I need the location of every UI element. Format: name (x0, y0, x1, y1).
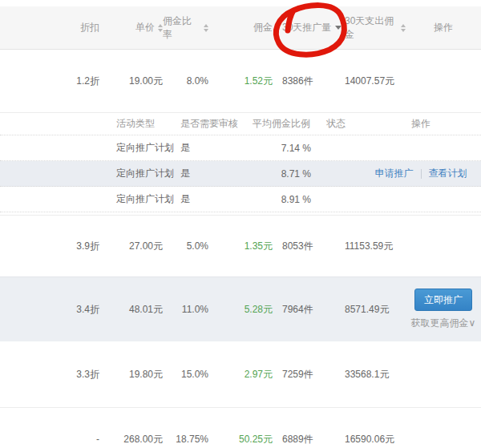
action-cell: 立即推广 获取更高佣金∨ (406, 289, 481, 330)
caret-down-icon (335, 26, 342, 30)
avg-rate-value: 8.91 % (253, 194, 311, 205)
volume-value: 8053件 (273, 240, 343, 253)
top-spacer (0, 0, 481, 6)
campaign-subtable: 活动类型 是否需要审核 平均佣金比例 状态 操作 定向推广计划 是 7.14 %… (0, 112, 481, 212)
payout-value: 8571.49元 (343, 303, 406, 317)
volume-value: 6889件 (273, 433, 343, 446)
price-value: 19.80元 (104, 368, 163, 381)
col-header-commission: 佣金 (208, 21, 273, 34)
promote-now-button[interactable]: 立即推广 (414, 289, 472, 311)
col-header-price[interactable]: 单价 (104, 21, 163, 34)
table-header-row: 折扣 单价 佣金比率 佣金 30天推广量 30天支出佣金 操作 (0, 6, 481, 50)
rate-value: 15.0% (163, 369, 208, 380)
col-header-volume-30d[interactable]: 30天推广量 (273, 21, 343, 34)
price-value: 27.00元 (104, 240, 163, 253)
payout-value: 16590.06元 (343, 433, 406, 446)
discount-value: 1.2折 (0, 75, 104, 88)
link-divider (421, 169, 422, 179)
discount-value: 3.4折 (0, 303, 104, 317)
table-row: 1.2折 19.00元 8.0% 1.52元 8386件 14007.57元 (0, 50, 481, 112)
table-row: 3.9折 27.00元 5.0% 1.35元 8053件 11153.59元 (0, 215, 481, 276)
review-required: 是 (180, 141, 253, 155)
col-header-discount: 折扣 (0, 21, 104, 34)
sub-col-header-avg-rate: 平均佣金比例 (253, 117, 311, 131)
campaign-type: 定向推广计划 (116, 192, 180, 206)
subtable-header-row: 活动类型 是否需要审核 平均佣金比例 状态 操作 (0, 113, 481, 135)
sub-col-header-review: 是否需要审核 (180, 117, 253, 131)
col-header-action: 操作 (406, 21, 481, 34)
rate-value: 8.0% (163, 75, 208, 87)
rate-value: 11.0% (163, 304, 208, 315)
commission-value: 50.25元 (208, 433, 273, 446)
price-value: 48.01元 (104, 303, 163, 317)
volume-value: 7964件 (273, 303, 343, 317)
view-plan-link[interactable]: 查看计划 (429, 167, 467, 180)
sub-action-cell: 申请推广 查看计划 (361, 167, 481, 180)
commission-value: 5.28元 (208, 303, 273, 317)
volume-value: 8386件 (273, 75, 343, 88)
campaign-type: 定向推广计划 (116, 141, 180, 155)
subtable-row-highlighted: 定向推广计划 是 8.71 % 申请推广 查看计划 (0, 161, 481, 187)
review-required: 是 (180, 192, 253, 206)
campaign-type: 定向推广计划 (116, 167, 180, 180)
avg-rate-value: 7.14 % (253, 143, 311, 154)
avg-rate-value: 8.71 % (253, 168, 311, 180)
discount-value: 3.9折 (0, 240, 104, 253)
sub-col-header-type: 活动类型 (116, 117, 180, 131)
table-row: 3.3折 19.80元 15.0% 2.97元 7259件 33568.1元 (0, 341, 481, 407)
subtable-row: 定向推广计划 是 8.91 % (0, 187, 481, 212)
sub-col-header-status: 状态 (311, 117, 361, 131)
volume-value: 7259件 (273, 368, 343, 381)
sub-col-header-action: 操作 (361, 117, 481, 131)
discount-value: 3.3折 (0, 368, 104, 381)
commission-value: 2.97元 (208, 368, 273, 381)
get-higher-commission-link[interactable]: 获取更高佣金∨ (411, 317, 476, 330)
rate-value: 5.0% (163, 240, 208, 252)
apply-promotion-link[interactable]: 申请推广 (375, 167, 414, 180)
table-row: - 268.00元 18.75% 50.25元 6889件 16590.06元 (0, 407, 481, 448)
payout-value: 33568.1元 (343, 368, 406, 381)
price-value: 19.00元 (104, 75, 163, 88)
commission-value: 1.52元 (208, 75, 273, 88)
discount-value: - (0, 434, 104, 445)
commission-value: 1.35元 (208, 240, 273, 253)
payout-value: 14007.57元 (343, 75, 406, 88)
payout-value: 11153.59元 (343, 240, 406, 253)
col-header-rate[interactable]: 佣金比率 (163, 14, 208, 42)
col-header-payout-30d[interactable]: 30天支出佣金 (343, 14, 406, 42)
rate-value: 18.75% (163, 434, 208, 445)
review-required: 是 (180, 167, 253, 180)
table-row-highlighted: 3.4折 48.01元 11.0% 5.28元 7964件 8571.49元 立… (0, 276, 481, 341)
price-value: 268.00元 (104, 433, 163, 446)
subtable-row: 定向推广计划 是 7.14 % (0, 135, 481, 161)
